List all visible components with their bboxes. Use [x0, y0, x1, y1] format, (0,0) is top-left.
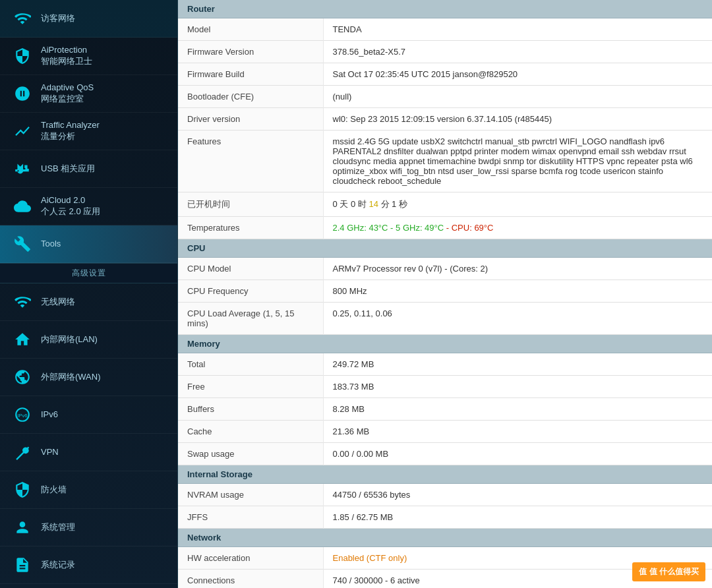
sidebar-item-guest-network[interactable]: 访客网络 [0, 0, 177, 38]
row-value: ARMv7 Processor rev 0 (v7l) - (Cores: 2) [323, 258, 712, 280]
sidebar-item-syslog[interactable]: 系统记录 [0, 546, 177, 584]
row-value: 21.36 MB [323, 421, 712, 443]
sidebar-item-network-tools[interactable]: 网络工具 [0, 584, 177, 588]
sidebar-item-label: IPv6 [41, 409, 58, 421]
table-row: Free 183.73 MB [178, 376, 712, 398]
table-row: CPU Model ARMv7 Processor rev 0 (v7l) - … [178, 258, 712, 280]
row-label: Firmware Version [178, 41, 323, 63]
row-label: CPU Model [178, 258, 323, 280]
row-value: 8.28 MB [323, 398, 712, 421]
sidebar-item-ipv6[interactable]: IPv6 IPv6 [0, 396, 177, 434]
table-row: Temperatures 2.4 GHz: 43°C - 5 GHz: 49°C… [178, 217, 712, 239]
row-label: 已开机时间 [178, 192, 323, 217]
sidebar-item-tools[interactable]: Tools [0, 225, 177, 263]
row-label: Bootloader (CFE) [178, 86, 323, 108]
firewall-icon [11, 478, 34, 502]
table-row: Cache 21.36 MB [178, 421, 712, 443]
cloud-icon [11, 194, 34, 218]
home-icon [11, 328, 34, 351]
row-label: Cache [178, 421, 323, 443]
uptime-minutes: 14 [369, 199, 378, 209]
table-row: Total 249.72 MB [178, 353, 712, 376]
sidebar-item-wan[interactable]: 外部网络(WAN) [0, 359, 177, 396]
row-value: 1.85 / 62.75 MB [323, 506, 712, 529]
uptime-days: 0 天 0 时 [333, 199, 369, 209]
watermark: 值 值 什么值得买 [632, 562, 705, 581]
sysadmin-icon [11, 515, 34, 539]
row-label: Total [178, 353, 323, 376]
wifi-icon [11, 7, 34, 30]
sidebar-item-label: 系统管理 [41, 522, 75, 533]
watermark-icon: 值 [639, 567, 647, 576]
row-value: 378.56_beta2-X5.7 [323, 41, 712, 63]
row-label: Firmware Build [178, 63, 323, 86]
usb-icon [11, 157, 34, 181]
table-row: Bootloader (CFE) (null) [178, 86, 712, 108]
row-value: 183.73 MB [323, 376, 712, 398]
memory-section-header: Memory [178, 335, 712, 353]
sidebar-item-label: Tools [41, 239, 61, 250]
sidebar-item-vpn[interactable]: VPN [0, 434, 177, 471]
table-row: CPU Load Average (1, 5, 15 mins) 0.25, 0… [178, 303, 712, 335]
shield-icon [11, 44, 34, 68]
table-row: Model TENDA [178, 18, 712, 41]
row-value: 249.72 MB [323, 353, 712, 376]
sidebar-item-label: 内部网络(LAN) [41, 334, 98, 345]
sidebar-item-label: 外部网络(WAN) [41, 372, 101, 383]
row-label: Temperatures [178, 217, 323, 239]
tools-icon [11, 232, 34, 256]
sidebar-item-firewall[interactable]: 防火墙 [0, 471, 177, 509]
temp-24ghz: 2.4 GHz: 43°C [333, 223, 388, 233]
row-value: 0.00 / 0.00 MB [323, 443, 712, 465]
ipv6-icon: IPv6 [11, 403, 34, 426]
row-label: Connections [178, 570, 323, 589]
sidebar-item-usb-apps[interactable]: USB 相关应用 [0, 150, 177, 188]
storage-section-header: Internal Storage [178, 465, 712, 484]
row-value: TENDA [323, 18, 712, 41]
router-section-header: Router [178, 0, 712, 18]
network-section-header: Network [178, 529, 712, 547]
sidebar-item-adaptive-qos[interactable]: Adaptive QoS网络监控室 [0, 75, 177, 113]
row-label: Model [178, 18, 323, 41]
globe-icon [11, 365, 34, 389]
temp-5ghz: - 5 GHz: 49°C [390, 223, 444, 233]
sidebar-item-lan[interactable]: 内部网络(LAN) [0, 321, 177, 359]
table-row: Buffers 8.28 MB [178, 398, 712, 421]
table-row: Features mssid 2.4G 5G update usbX2 swit… [178, 131, 712, 192]
row-label: CPU Frequency [178, 280, 323, 303]
sidebar-item-label: Traffic Analyzer流量分析 [41, 120, 100, 142]
row-value: 2.4 GHz: 43°C - 5 GHz: 49°C - CPU: 69°C [323, 217, 712, 239]
table-row: JFFS 1.85 / 62.75 MB [178, 506, 712, 529]
row-label: Swap usage [178, 443, 323, 465]
sidebar-item-aicloud[interactable]: AiCloud 2.0个人云 2.0 应用 [0, 188, 177, 225]
sidebar-item-traffic-analyzer[interactable]: Traffic Analyzer流量分析 [0, 113, 177, 150]
sidebar-item-label: AiCloud 2.0个人云 2.0 应用 [41, 195, 100, 218]
storage-info-table: NVRAM usage 44750 / 65536 bytes JFFS 1.8… [178, 484, 712, 529]
vpn-icon [11, 440, 34, 464]
table-row: Driver version wl0: Sep 23 2015 12:09:15… [178, 108, 712, 131]
row-label: Driver version [178, 108, 323, 131]
row-label: Buffers [178, 398, 323, 421]
row-label: JFFS [178, 506, 323, 529]
sidebar-item-label: 系统记录 [41, 560, 75, 571]
row-value: mssid 2.4G 5G update usbX2 switchctrl ma… [323, 131, 712, 192]
row-label: HW acceleration [178, 547, 323, 570]
sidebar-item-label: 访客网络 [41, 13, 75, 24]
wifi2-icon [11, 290, 34, 314]
row-value: wl0: Sep 23 2015 12:09:15 version 6.37.1… [323, 108, 712, 131]
cpu-info-table: CPU Model ARMv7 Processor rev 0 (v7l) - … [178, 258, 712, 335]
sidebar-item-aiprotection[interactable]: AiProtection智能网络卫士 [0, 38, 177, 75]
table-row: Firmware Version 378.56_beta2-X5.7 [178, 41, 712, 63]
row-value: (null) [323, 86, 712, 108]
row-value: Sat Oct 17 02:35:45 UTC 2015 janson@f829… [323, 63, 712, 86]
sidebar-item-label: 防火墙 [41, 485, 67, 496]
row-value: 0.25, 0.11, 0.06 [323, 303, 712, 335]
row-value: 0 天 0 时 14 分 1 秒 [323, 192, 712, 217]
syslog-icon [11, 553, 34, 577]
hw-accel-value: Enabled (CTF only) [333, 553, 407, 563]
sidebar-item-wireless[interactable]: 无线网络 [0, 283, 177, 321]
table-row: 已开机时间 0 天 0 时 14 分 1 秒 [178, 192, 712, 217]
sidebar-item-sysadmin[interactable]: 系统管理 [0, 509, 177, 546]
row-label: Features [178, 131, 323, 192]
table-row: NVRAM usage 44750 / 65536 bytes [178, 484, 712, 506]
